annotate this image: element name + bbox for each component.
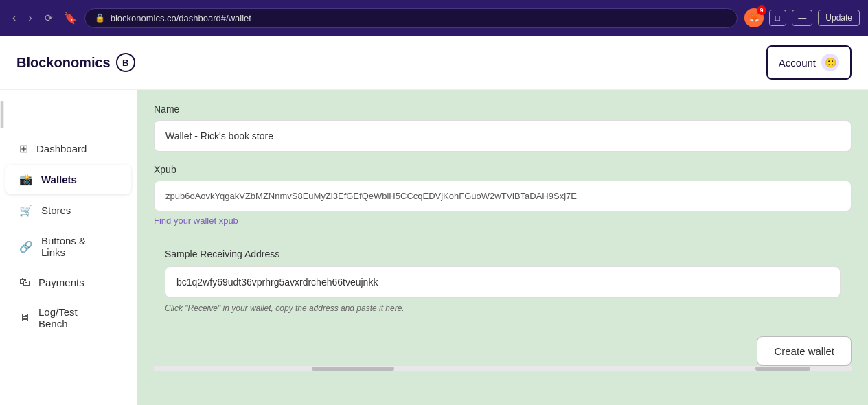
- name-label: Name: [154, 104, 852, 115]
- sample-label: Sample Receiving Address: [165, 248, 841, 259]
- app-body: ⊞ Dashboard 📸 Wallets 🛒 Stores 🔗 Buttons…: [0, 90, 868, 405]
- tab-toggle-button[interactable]: □: [769, 10, 786, 26]
- sidebar: ⊞ Dashboard 📸 Wallets 🛒 Stores 🔗 Buttons…: [0, 90, 137, 405]
- extension-badge: 9: [757, 5, 766, 15]
- xpub-section: Xpub Find your wallet xpub: [154, 164, 852, 227]
- button-row: Create wallet: [154, 336, 852, 366]
- sidebar-item-label: Buttons &Links: [41, 235, 86, 258]
- sample-address-input[interactable]: [165, 266, 841, 298]
- sidebar-item-label: Log/TestBench: [38, 306, 78, 329]
- account-button[interactable]: Account 🙂: [766, 45, 852, 80]
- lock-icon: 🔒: [95, 13, 105, 23]
- logo-icon: B: [116, 53, 135, 72]
- avatar: 🙂: [821, 54, 839, 71]
- h-scroll-thumb-right[interactable]: [755, 367, 810, 371]
- buttons-links-icon: 🔗: [19, 240, 33, 253]
- sidebar-item-wallets[interactable]: 📸 Wallets: [5, 165, 131, 194]
- sidebar-scroll-track: [0, 101, 4, 128]
- main-content: Name Xpub Find your wallet xpub Sample R…: [137, 90, 868, 405]
- xpub-label: Xpub: [154, 164, 852, 175]
- payments-icon: 🛍: [19, 276, 30, 288]
- pin-button[interactable]: ―: [792, 10, 812, 26]
- url-display: blockonomics.co/dashboard#/wallet: [111, 13, 727, 23]
- log-test-bench-icon: 🖥: [19, 312, 30, 324]
- sample-address-section: Sample Receiving Address Click "Receive"…: [154, 239, 852, 323]
- bookmark-button[interactable]: 🔖: [64, 12, 78, 25]
- hint-text: Click "Receive" in your wallet, copy the…: [165, 303, 841, 313]
- h-scroll-thumb-left[interactable]: [312, 367, 394, 371]
- name-section: Name: [154, 104, 852, 152]
- wallets-icon: 📸: [19, 173, 33, 186]
- account-label: Account: [779, 57, 816, 69]
- dashboard-icon: ⊞: [19, 142, 28, 155]
- sidebar-item-log-test-bench[interactable]: 🖥 Log/TestBench: [5, 298, 131, 338]
- app: Blockonomics B Account 🙂 ⊞ Dashboard 📸 W…: [0, 36, 868, 405]
- browser-chrome: ‹ › ⟳ 🔖 🔒 blockonomics.co/dashboard#/wal…: [0, 0, 868, 36]
- find-wallet-link[interactable]: Find your wallet xpub: [154, 216, 238, 226]
- back-button[interactable]: ‹: [8, 9, 20, 27]
- nav-buttons: ‹ › ⟳: [8, 9, 57, 27]
- browser-actions: 🦊 9 □ ― Update: [744, 8, 860, 27]
- xpub-input[interactable]: [154, 181, 852, 211]
- sidebar-item-dashboard[interactable]: ⊞ Dashboard: [5, 134, 131, 163]
- extension-icon[interactable]: 🦊 9: [744, 8, 764, 27]
- sidebar-item-stores[interactable]: 🛒 Stores: [5, 196, 131, 225]
- forward-button[interactable]: ›: [24, 9, 36, 27]
- sidebar-item-buttons-links[interactable]: 🔗 Buttons &Links: [5, 227, 131, 266]
- update-button[interactable]: Update: [818, 10, 860, 26]
- sidebar-item-label: Wallets: [41, 174, 77, 185]
- logo-text: Blockonomics: [16, 55, 111, 71]
- app-header: Blockonomics B Account 🙂: [0, 36, 868, 90]
- address-bar[interactable]: 🔒 blockonomics.co/dashboard#/wallet: [84, 8, 738, 28]
- reload-button[interactable]: ⟳: [41, 10, 57, 26]
- sidebar-item-label: Dashboard: [36, 143, 87, 154]
- create-wallet-button[interactable]: Create wallet: [757, 336, 852, 366]
- stores-icon: 🛒: [19, 204, 33, 217]
- sidebar-scroll-thumb[interactable]: [1, 101, 3, 128]
- sidebar-item-label: Stores: [41, 205, 71, 216]
- name-input[interactable]: [154, 120, 852, 152]
- form-card: Name Xpub Find your wallet xpub Sample R…: [154, 104, 852, 366]
- sidebar-item-payments[interactable]: 🛍 Payments: [5, 268, 131, 297]
- horizontal-scrollbar[interactable]: [154, 366, 852, 371]
- sidebar-item-label: Payments: [38, 277, 84, 288]
- logo: Blockonomics B: [16, 53, 135, 72]
